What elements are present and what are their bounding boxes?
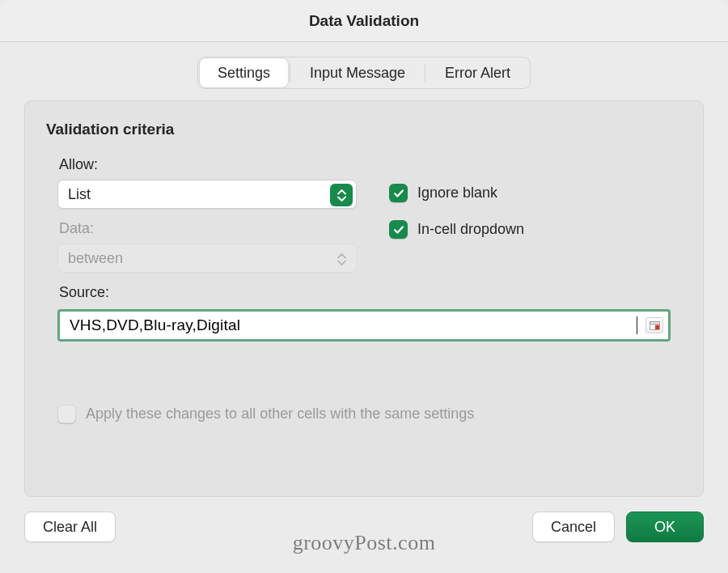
dialog-content: Settings Input Message Error Alert Valid… <box>0 42 728 497</box>
apply-all-checkbox <box>57 405 76 423</box>
source-block: Source: <box>57 284 671 342</box>
dialog-footer: Clear All Cancel OK <box>0 497 728 542</box>
criteria-right-column: Ignore blank In-cell dropdown <box>389 151 684 257</box>
tab-bar: Settings Input Message Error Alert <box>197 57 531 89</box>
updown-icon <box>330 184 353 206</box>
dialog-title: Data Validation <box>0 0 728 42</box>
clear-all-button[interactable]: Clear All <box>24 511 116 542</box>
ignore-blank-checkbox[interactable] <box>389 184 408 202</box>
allow-label: Allow: <box>59 156 357 173</box>
range-picker-icon[interactable] <box>645 317 663 333</box>
tab-separator <box>290 64 290 82</box>
tab-error-alert[interactable]: Error Alert <box>427 58 528 87</box>
criteria-row: Allow: List Data: between <box>44 151 684 273</box>
ok-button[interactable]: OK <box>626 511 704 542</box>
ignore-blank-label: Ignore blank <box>417 185 497 202</box>
svg-rect-1 <box>650 321 659 324</box>
incell-dropdown-checkbox[interactable] <box>389 220 408 239</box>
ignore-blank-row: Ignore blank <box>389 184 684 202</box>
source-label: Source: <box>59 284 671 301</box>
allow-select[interactable]: List <box>57 180 357 209</box>
allow-select-value: List <box>68 186 91 203</box>
source-input[interactable] <box>68 316 637 335</box>
criteria-panel: Validation criteria Allow: List Data: be… <box>24 100 704 497</box>
tab-settings[interactable]: Settings <box>200 58 288 87</box>
incell-dropdown-label: In-cell dropdown <box>417 221 524 238</box>
apply-all-label: Apply these changes to all other cells w… <box>86 405 474 422</box>
panel-heading: Validation criteria <box>46 121 684 138</box>
data-label: Data: <box>59 220 357 237</box>
data-select: between <box>57 244 357 273</box>
updown-icon <box>330 248 353 270</box>
text-cursor <box>637 316 637 334</box>
tab-input-message[interactable]: Input Message <box>292 58 423 87</box>
criteria-left-column: Allow: List Data: between <box>57 151 357 273</box>
data-select-value: between <box>68 250 123 267</box>
incell-dropdown-row: In-cell dropdown <box>389 220 684 239</box>
source-input-wrap <box>57 309 671 342</box>
tab-separator <box>425 64 425 82</box>
cancel-button[interactable]: Cancel <box>532 511 615 542</box>
apply-all-row: Apply these changes to all other cells w… <box>57 405 684 423</box>
svg-rect-2 <box>655 325 659 329</box>
tab-group: Settings Input Message Error Alert <box>24 57 704 89</box>
